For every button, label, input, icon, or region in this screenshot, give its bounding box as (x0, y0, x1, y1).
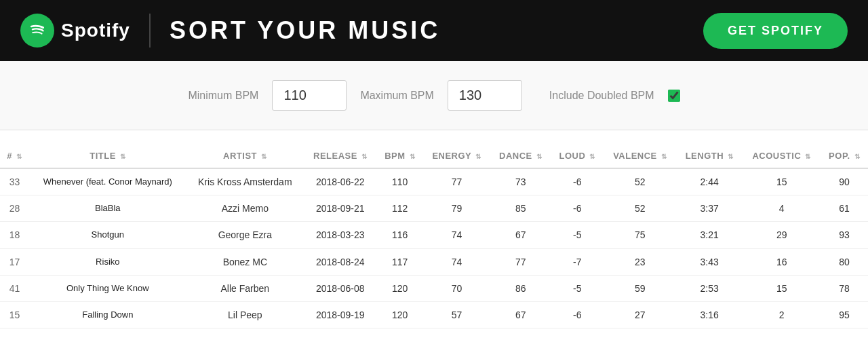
cell-dance: 67 (490, 301, 551, 328)
cell-loud: -6 (551, 301, 604, 328)
cell-artist: Bonez MC (186, 248, 304, 275)
col-artist[interactable]: ARTIST ⇅ (186, 144, 304, 168)
cell-bpm: 112 (376, 195, 423, 222)
min-bpm-input[interactable] (272, 80, 347, 111)
cell-energy: 74 (423, 248, 490, 275)
cell-title: Falling Down (29, 301, 186, 328)
cell-acoustic: 4 (743, 195, 821, 222)
col-loud[interactable]: LOUD ⇅ (551, 144, 604, 168)
table-row[interactable]: 15 Falling Down Lil Peep 2018-09-19 120 … (0, 301, 868, 328)
max-bpm-input[interactable] (448, 80, 522, 111)
cell-valence: 75 (604, 222, 676, 248)
cell-release: 2018-06-22 (304, 168, 376, 195)
cell-title: Shotgun (29, 222, 186, 248)
cell-artist: Azzi Memo (186, 195, 304, 222)
col-length[interactable]: LENGTH ⇅ (676, 144, 743, 168)
cell-energy: 79 (423, 195, 490, 222)
cell-release: 2018-09-21 (304, 195, 376, 222)
cell-valence: 52 (604, 168, 676, 195)
cell-valence: 23 (604, 248, 676, 275)
spotify-logo-icon (20, 14, 54, 48)
table-row[interactable]: 41 Only Thing We Know Alle Farben 2018-0… (0, 275, 868, 301)
cell-title: Risiko (29, 248, 186, 275)
cell-dance: 86 (490, 275, 551, 301)
cell-dance: 77 (490, 248, 551, 275)
header-left: Spotify SORT YOUR MUSIC (20, 14, 440, 48)
table-row[interactable]: 17 Risiko Bonez MC 2018-08-24 117 74 77 … (0, 248, 868, 275)
cell-valence: 59 (604, 275, 676, 301)
cell-release: 2018-06-08 (304, 275, 376, 301)
cell-num: 18 (0, 222, 29, 248)
cell-energy: 74 (423, 222, 490, 248)
table-row[interactable]: 18 Shotgun George Ezra 2018-03-23 116 74… (0, 222, 868, 248)
cell-num: 15 (0, 301, 29, 328)
table-header-row: # ⇅ TITLE ⇅ ARTIST ⇅ RELEASE ⇅ BPM ⇅ ENE… (0, 144, 868, 168)
cell-artist: Lil Peep (186, 301, 304, 328)
cell-bpm: 116 (376, 222, 423, 248)
cell-bpm: 110 (376, 168, 423, 195)
cell-bpm: 120 (376, 275, 423, 301)
spotify-svg (27, 20, 47, 41)
cell-pop: 93 (821, 222, 868, 248)
tracks-table: # ⇅ TITLE ⇅ ARTIST ⇅ RELEASE ⇅ BPM ⇅ ENE… (0, 144, 868, 328)
include-doubled-checkbox[interactable] (668, 90, 680, 102)
tracks-table-container: # ⇅ TITLE ⇅ ARTIST ⇅ RELEASE ⇅ BPM ⇅ ENE… (0, 130, 868, 328)
get-spotify-button[interactable]: GET SPOTIFY (703, 13, 848, 49)
cell-num: 17 (0, 248, 29, 275)
cell-release: 2018-08-24 (304, 248, 376, 275)
cell-num: 28 (0, 195, 29, 222)
col-title[interactable]: TITLE ⇅ (29, 144, 186, 168)
cell-length: 3:16 (676, 301, 743, 328)
cell-loud: -5 (551, 222, 604, 248)
cell-pop: 90 (821, 168, 868, 195)
col-acoustic[interactable]: ACOUSTIC ⇅ (743, 144, 821, 168)
cell-loud: -5 (551, 275, 604, 301)
header-divider (149, 14, 151, 48)
col-valence[interactable]: VALENCE ⇅ (604, 144, 676, 168)
cell-acoustic: 16 (743, 248, 821, 275)
cell-num: 33 (0, 168, 29, 195)
cell-dance: 67 (490, 222, 551, 248)
col-dance[interactable]: DANCE ⇅ (490, 144, 551, 168)
cell-length: 3:43 (676, 248, 743, 275)
cell-dance: 85 (490, 195, 551, 222)
min-bpm-label: Minimum BPM (188, 90, 258, 102)
cell-title: BlaBla (29, 195, 186, 222)
cell-energy: 70 (423, 275, 490, 301)
cell-acoustic: 15 (743, 168, 821, 195)
cell-artist: Alle Farben (186, 275, 304, 301)
cell-length: 2:44 (676, 168, 743, 195)
cell-energy: 57 (423, 301, 490, 328)
cell-artist: George Ezra (186, 222, 304, 248)
cell-pop: 78 (821, 275, 868, 301)
cell-pop: 95 (821, 301, 868, 328)
col-num[interactable]: # ⇅ (0, 144, 29, 168)
cell-acoustic: 2 (743, 301, 821, 328)
cell-release: 2018-09-19 (304, 301, 376, 328)
cell-pop: 61 (821, 195, 868, 222)
cell-length: 2:53 (676, 275, 743, 301)
bpm-filter-bar: Minimum BPM Maximum BPM Include Doubled … (0, 61, 868, 130)
cell-dance: 73 (490, 168, 551, 195)
col-pop[interactable]: POP. ⇅ (821, 144, 868, 168)
cell-valence: 52 (604, 195, 676, 222)
cell-length: 3:21 (676, 222, 743, 248)
cell-artist: Kris Kross Amsterdam (186, 168, 304, 195)
cell-loud: -6 (551, 168, 604, 195)
cell-num: 41 (0, 275, 29, 301)
cell-energy: 77 (423, 168, 490, 195)
col-release[interactable]: RELEASE ⇅ (304, 144, 376, 168)
cell-pop: 80 (821, 248, 868, 275)
app-header: Spotify SORT YOUR MUSIC GET SPOTIFY (0, 0, 868, 61)
table-row[interactable]: 33 Whenever (feat. Conor Maynard) Kris K… (0, 168, 868, 195)
cell-bpm: 120 (376, 301, 423, 328)
cell-acoustic: 29 (743, 222, 821, 248)
col-bpm[interactable]: BPM ⇅ (376, 144, 423, 168)
cell-loud: -6 (551, 195, 604, 222)
cell-loud: -7 (551, 248, 604, 275)
col-energy[interactable]: ENERGY ⇅ (423, 144, 490, 168)
spotify-logo: Spotify (20, 14, 130, 48)
cell-valence: 27 (604, 301, 676, 328)
table-row[interactable]: 28 BlaBla Azzi Memo 2018-09-21 112 79 85… (0, 195, 868, 222)
table-header: # ⇅ TITLE ⇅ ARTIST ⇅ RELEASE ⇅ BPM ⇅ ENE… (0, 144, 868, 168)
